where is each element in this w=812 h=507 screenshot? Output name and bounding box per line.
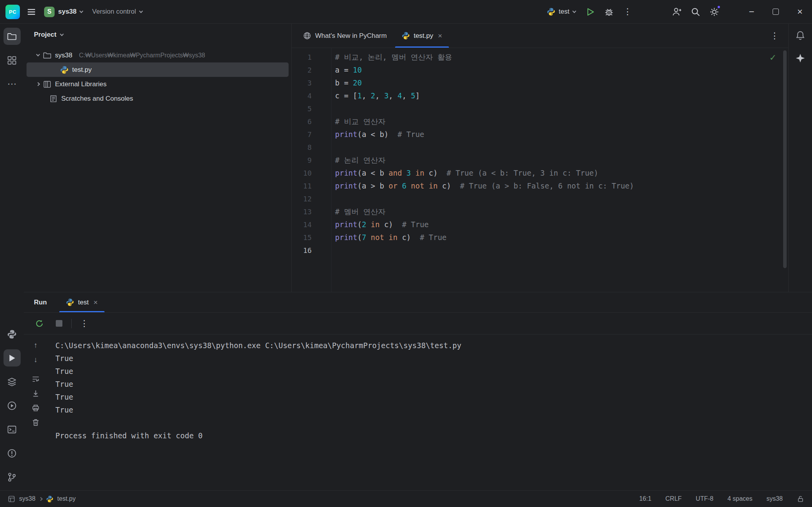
- editor-scrollbar[interactable]: [783, 50, 787, 268]
- next-occurrence-button[interactable]: ↓: [31, 355, 41, 365]
- line-number[interactable]: 1: [292, 51, 312, 64]
- code-line[interactable]: # 논리 연산자: [335, 154, 788, 167]
- code-token: (: [357, 233, 362, 242]
- tool-execution-button[interactable]: [4, 397, 21, 414]
- tool-problems-button[interactable]: [4, 445, 21, 462]
- code-line[interactable]: a = 10: [335, 64, 788, 76]
- search-everywhere-button[interactable]: [687, 4, 704, 20]
- code-line[interactable]: b = 20: [335, 76, 788, 89]
- line-number[interactable]: 4: [292, 89, 312, 102]
- status-item[interactable]: CRLF: [665, 495, 682, 502]
- status-item[interactable]: 16:1: [639, 495, 651, 502]
- lock-open-icon[interactable]: [797, 495, 804, 503]
- status-item[interactable]: 4 spaces: [727, 495, 752, 502]
- editor-options-button[interactable]: ⋮: [761, 24, 788, 48]
- status-item[interactable]: sys38: [766, 495, 783, 502]
- notifications-button[interactable]: [792, 27, 809, 44]
- prev-occurrence-button[interactable]: ↑: [31, 341, 41, 350]
- code-line[interactable]: print(7 not in c) # True: [335, 231, 788, 244]
- code-line[interactable]: print(2 in c) # True: [335, 218, 788, 231]
- scroll-to-end-button[interactable]: [31, 389, 41, 398]
- code-line[interactable]: # 멤버 연산자: [335, 205, 788, 218]
- line-number[interactable]: 5: [292, 102, 312, 115]
- chevron-down-icon[interactable]: [36, 53, 40, 57]
- print-button[interactable]: [31, 403, 41, 413]
- tool-more-button[interactable]: ⋯: [4, 75, 21, 93]
- tree-item-project-root[interactable]: sys38 C:₩Users₩kimea₩PycharmProjects₩sys…: [27, 48, 289, 62]
- line-number[interactable]: 11: [292, 180, 312, 192]
- tool-run-button[interactable]: [4, 349, 21, 366]
- minimize-button[interactable]: −: [739, 0, 764, 23]
- project-widget[interactable]: S sys38: [39, 4, 87, 20]
- tab-whats-new[interactable]: What's New in PyCharm: [296, 24, 394, 48]
- settings-button[interactable]: [706, 4, 722, 20]
- ai-assistant-button[interactable]: [792, 50, 809, 67]
- line-number[interactable]: 9: [292, 154, 312, 167]
- tab-test-py[interactable]: test.py ×: [394, 24, 450, 48]
- code-line[interactable]: print(a < b) # True: [335, 128, 788, 141]
- code-token: 4: [397, 91, 402, 100]
- console-output[interactable]: C:\Users\kimea\anaconda3\envs\sys38\pyth…: [48, 334, 812, 490]
- run-options-button[interactable]: ⋮: [77, 317, 91, 331]
- status-items: 16:1CRLFUTF-84 spacessys38: [639, 495, 783, 502]
- tool-project-button[interactable]: [4, 28, 21, 45]
- line-number[interactable]: 8: [292, 141, 312, 154]
- soft-wrap-button[interactable]: [31, 374, 41, 384]
- breadcrumb-file[interactable]: test.py: [57, 495, 76, 502]
- tool-version-control-button[interactable]: [4, 468, 21, 486]
- breadcrumb-project[interactable]: sys38: [19, 495, 35, 502]
- rerun-button[interactable]: [32, 317, 46, 331]
- status-item[interactable]: UTF-8: [696, 495, 713, 502]
- line-number[interactable]: 7: [292, 128, 312, 141]
- chevron-right-icon[interactable]: [36, 82, 40, 86]
- close-button[interactable]: ×: [788, 0, 812, 23]
- chevron-down-icon: [573, 9, 576, 13]
- run-configuration-selector[interactable]: test: [543, 4, 580, 20]
- clear-all-button[interactable]: [31, 418, 41, 427]
- tool-structure-button[interactable]: [4, 52, 21, 69]
- code-line[interactable]: c = [1, 2, 3, 4, 5]: [335, 89, 788, 102]
- code-token: 5: [411, 91, 415, 100]
- code-line[interactable]: # 비교, 논리, 멤버 연산자 활용: [335, 51, 788, 64]
- line-number[interactable]: 3: [292, 76, 312, 89]
- run-button[interactable]: [582, 4, 598, 20]
- toolbar-divider: [71, 319, 72, 328]
- code-line[interactable]: [335, 141, 788, 154]
- line-number[interactable]: 10: [292, 167, 312, 180]
- debug-button[interactable]: [601, 4, 617, 20]
- tool-terminal-button[interactable]: [4, 421, 21, 438]
- code-with-me-button[interactable]: [668, 4, 685, 20]
- main-menu-button[interactable]: [23, 4, 39, 20]
- rerun-icon: [35, 319, 44, 328]
- code-line[interactable]: [335, 244, 788, 257]
- inspection-check-icon[interactable]: ✓: [769, 53, 777, 63]
- code-lines[interactable]: # 비교, 논리, 멤버 연산자 활용a = 10b = 20c = [1, 2…: [332, 48, 788, 292]
- code-line[interactable]: # 비교 연산자: [335, 115, 788, 128]
- vcs-widget[interactable]: Version control: [87, 4, 147, 20]
- tree-item-test-py[interactable]: test.py: [27, 62, 289, 77]
- tree-item-scratches[interactable]: Scratches and Consoles: [27, 91, 289, 106]
- code-line[interactable]: [335, 192, 788, 205]
- line-number[interactable]: 6: [292, 115, 312, 128]
- stop-button[interactable]: [52, 317, 66, 331]
- project-icon: [8, 495, 15, 503]
- tool-python-console-button[interactable]: [4, 326, 21, 343]
- line-number[interactable]: 15: [292, 231, 312, 244]
- line-number[interactable]: 2: [292, 64, 312, 76]
- line-number[interactable]: 14: [292, 218, 312, 231]
- tool-services-button[interactable]: [4, 373, 21, 390]
- code-line[interactable]: print(a < b and 3 in c) # True (a < b: T…: [335, 167, 788, 180]
- console-line: [55, 416, 812, 429]
- line-number[interactable]: 16: [292, 244, 312, 257]
- tab-close-icon[interactable]: ×: [438, 32, 442, 40]
- tree-item-external-libraries[interactable]: External Libraries: [27, 77, 289, 91]
- line-number[interactable]: 12: [292, 192, 312, 205]
- line-number[interactable]: 13: [292, 205, 312, 218]
- maximize-button[interactable]: [764, 0, 788, 23]
- project-panel-header[interactable]: Project: [24, 24, 291, 46]
- run-tab-close-icon[interactable]: ×: [93, 298, 98, 307]
- run-tab-test[interactable]: test ×: [59, 292, 105, 312]
- code-line[interactable]: print(a > b or 6 not in c) # True (a > b…: [335, 180, 788, 192]
- run-more-actions-button[interactable]: ⋮: [619, 4, 636, 20]
- code-line[interactable]: [335, 102, 788, 115]
